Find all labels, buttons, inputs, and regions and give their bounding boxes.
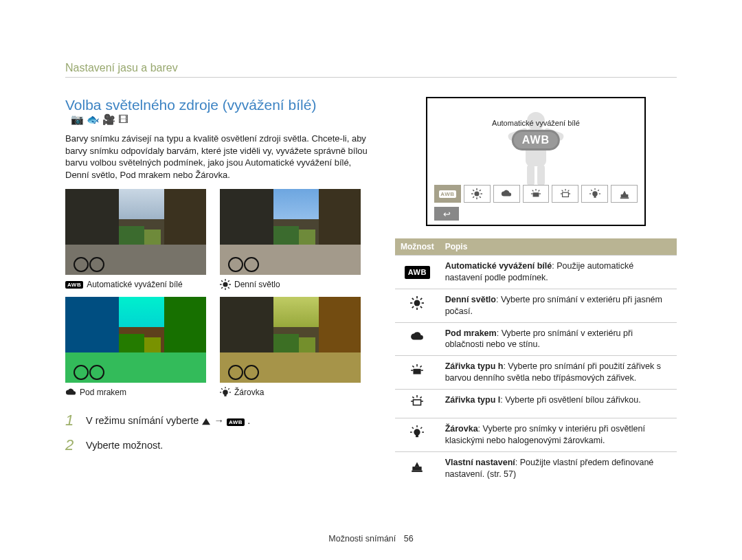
thumb-awb <box>65 189 206 275</box>
wb-preview-screen: Automatické vyvážení bílé AWB AWB ↩ <box>426 97 646 226</box>
caption-tungsten: Žárovka <box>220 387 361 398</box>
table-row: Pod mrakem: Vyberte pro snímání v exteri… <box>395 322 677 356</box>
divider <box>65 77 677 78</box>
caption-awb: AWB Automatické vyvážení bílé <box>65 279 206 290</box>
wb-opt-flh[interactable] <box>523 185 550 203</box>
wb-opt-sun[interactable] <box>464 185 491 203</box>
wb-opt-bulb[interactable] <box>581 185 608 203</box>
wb-opt-fll[interactable] <box>552 185 578 203</box>
step-2-text: Vyberte možnost. <box>86 440 163 451</box>
wb-opt-custom[interactable] <box>611 185 638 203</box>
row-icon-flh <box>395 356 440 390</box>
row-title: Žárovka <box>445 424 478 434</box>
intro-text: Barvy snímku závisejí na typu a kvalitě … <box>65 133 370 181</box>
footer-page: 56 <box>404 534 414 544</box>
caption-daylight-label: Denní světlo <box>234 280 280 289</box>
row-icon-custom <box>395 451 440 484</box>
caption-cloudy-label: Pod mrakem <box>80 388 126 397</box>
custom-icon <box>410 459 424 473</box>
bulb-icon <box>410 425 424 439</box>
step-1-text-pre: V režimu snímání vyberte <box>86 415 201 426</box>
options-table: Možnost Popis AWB Automatické vyvážení b… <box>395 238 677 484</box>
section-title: Volba světelného zdroje (vyvážení bílé) <box>65 97 316 113</box>
row-icon-awb: AWB <box>395 256 440 289</box>
footer-section: Možnosti snímání <box>328 534 396 544</box>
step-2: 2 Vyberte možnost. <box>65 436 370 454</box>
camera-icon: 📷 <box>71 113 84 126</box>
step-2-number: 2 <box>65 436 78 454</box>
step-1: 1 V režimu snímání vyberte → AWB . <box>65 412 370 429</box>
row-title: Zářivka typu h <box>445 361 504 371</box>
mode-icons: 📷 🐟 🎥 🎞 <box>71 113 128 126</box>
awb-badge: AWB <box>512 130 560 150</box>
cloud-icon <box>65 387 76 398</box>
table-row: AWB Automatické vyvážení bílé: Použije a… <box>395 256 677 289</box>
awb-icon: AWB <box>405 266 430 279</box>
row-title: Vlastní nastavení <box>445 458 515 467</box>
fish-icon: 🐟 <box>87 113 100 126</box>
row-title: Denní světlo <box>445 295 496 304</box>
thumb-daylight <box>220 189 361 275</box>
arrow-icon: → <box>214 415 227 426</box>
bulb-icon <box>220 387 231 398</box>
caption-daylight: Denní světlo <box>220 279 361 290</box>
fluorescent-h-icon <box>410 363 424 377</box>
table-row: Zářivka typu h: Vyberte pro snímání při … <box>395 356 677 390</box>
row-icon-cloud <box>395 322 440 356</box>
smart-icon: 🎞 <box>118 113 128 126</box>
th-desc: Popis <box>440 238 677 256</box>
page-footer: Možnosti snímání 56 <box>0 534 742 544</box>
step-1-text-post: . <box>247 415 250 426</box>
table-row: Vlastní nastavení: Použijte vlastní před… <box>395 451 677 484</box>
fluorescent-l-icon <box>410 394 424 408</box>
svg-rect-34 <box>527 164 535 186</box>
row-icon-fll <box>395 390 440 418</box>
cloud-icon <box>410 330 424 344</box>
caption-awb-label: Automatické vyvážení bílé <box>87 280 182 289</box>
awb-icon: AWB <box>227 418 245 426</box>
caption-tungsten-label: Žárovka <box>234 388 264 397</box>
wb-tooltip: Automatické vyvážení bílé <box>427 119 644 127</box>
row-title: Zářivka typu l <box>445 395 501 405</box>
breadcrumb: Nastavení jasu a barev <box>65 62 677 74</box>
row-body: : Vyberte při osvětlení bílou zářivkou. <box>500 395 641 405</box>
thumb-cloudy <box>65 297 206 383</box>
thumbnail-grid: AWB Automatické vyvážení bílé Denní svět… <box>65 189 370 398</box>
step-1-number: 1 <box>65 412 78 429</box>
back-button[interactable]: ↩ <box>434 207 459 221</box>
video-icon: 🎥 <box>102 113 115 126</box>
awb-icon: AWB <box>65 281 83 289</box>
wb-opt-awb[interactable]: AWB <box>434 185 461 203</box>
row-title: Automatické vyvážení bílé <box>445 261 552 271</box>
table-row: Zářivka typu l: Vyberte při osvětlení bí… <box>395 390 677 418</box>
caption-cloudy: Pod mrakem <box>65 387 206 398</box>
thumb-tungsten <box>220 297 361 383</box>
triangle-up-icon <box>201 417 211 425</box>
wb-opt-cloud[interactable] <box>493 185 520 203</box>
table-row: Žárovka: Vyberte pro snímky v interiéru … <box>395 418 677 451</box>
sun-icon <box>410 296 424 310</box>
svg-rect-35 <box>537 164 545 186</box>
row-icon-sun <box>395 289 440 322</box>
th-option: Možnost <box>395 238 440 256</box>
row-title: Pod mrakem <box>445 328 497 338</box>
row-icon-bulb <box>395 418 440 451</box>
wb-option-row: AWB <box>434 185 638 203</box>
sun-icon <box>220 279 231 290</box>
table-row: Denní světlo: Vyberte pro snímání v exte… <box>395 289 677 322</box>
